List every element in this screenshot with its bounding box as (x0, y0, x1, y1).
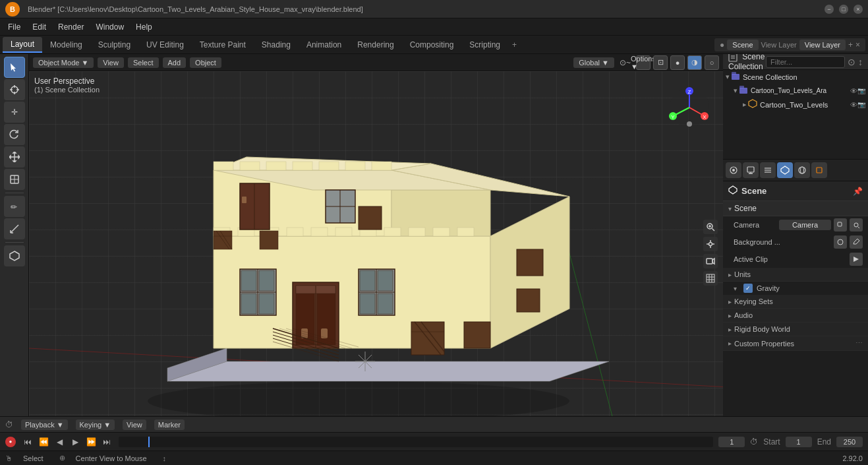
tab-layout[interactable]: Layout (3, 37, 42, 53)
background-edit-icon[interactable] (850, 235, 863, 249)
rigid-body-section[interactable]: ▸ Rigid Body World (723, 323, 868, 336)
select-menu-button[interactable]: Select (128, 57, 159, 68)
add-workspace-button[interactable]: + (508, 39, 521, 51)
next-keyframe-button[interactable]: ⏩ (84, 435, 98, 449)
menu-window[interactable]: Window (90, 21, 129, 33)
play-button[interactable]: ▶ (69, 435, 82, 449)
viewport-canvas[interactable]: User Perspective (1) Scene Collection Z … (29, 71, 723, 416)
props-tab-world[interactable] (794, 162, 810, 178)
outliner-search-input[interactable] (766, 56, 845, 68)
pan-button[interactable] (703, 237, 718, 251)
transform-orientation-button[interactable]: Global ▼ (573, 57, 614, 68)
close-button[interactable]: × (854, 5, 863, 14)
marker-button[interactable]: Marker (154, 419, 185, 430)
gravity-checkbox[interactable]: ✓ (743, 284, 753, 293)
current-frame-field[interactable]: 1 (718, 437, 745, 447)
menu-help[interactable]: Help (130, 21, 158, 33)
record-button[interactable]: ● (5, 437, 16, 447)
camera-select-icon[interactable] (850, 218, 863, 232)
visibility-icon-2[interactable]: 👁 (850, 101, 857, 109)
scene-subsection-header[interactable]: ▾ Scene (723, 201, 868, 216)
rotate-tool-button[interactable] (4, 124, 25, 145)
move-tool-button[interactable]: ✛ (4, 102, 25, 123)
background-icon[interactable] (834, 235, 847, 249)
render-visibility-icon-2[interactable]: 📷 (857, 101, 865, 108)
material-shading-button[interactable]: ◑ (687, 55, 702, 70)
grid-button[interactable] (703, 271, 718, 286)
transform-tool-button[interactable] (4, 169, 25, 190)
timeline-icon: ⏱ (5, 420, 13, 429)
zoom-button[interactable] (703, 220, 718, 234)
svg-rect-128 (732, 74, 739, 80)
tab-shading[interactable]: Shading (254, 38, 299, 52)
active-clip-icon[interactable] (850, 253, 863, 266)
object-menu-button[interactable]: Object (190, 57, 221, 68)
tab-texture-paint[interactable]: Texture Paint (192, 38, 254, 52)
add-object-button[interactable] (4, 245, 25, 266)
outliner-filter-icon[interactable]: ⊙ (848, 57, 855, 67)
object-mode-button[interactable]: Object Mode ▼ (33, 57, 94, 68)
jump-end-button[interactable]: ⏭ (100, 435, 113, 449)
units-section[interactable]: ▸ Units (723, 268, 868, 282)
props-tab-render[interactable] (726, 162, 741, 178)
camera-edit-icon[interactable] (834, 218, 847, 232)
scene-value[interactable]: Scene (727, 40, 758, 50)
options-button[interactable]: Options ▼ (636, 55, 651, 70)
menu-file[interactable]: File (3, 21, 26, 33)
maximize-button[interactable]: □ (839, 5, 848, 14)
keying-button[interactable]: Keying ▼ (76, 419, 115, 430)
view-menu-button[interactable]: View (98, 57, 124, 68)
tab-uv-editing[interactable]: UV Editing (138, 38, 192, 52)
solid-shading-button[interactable]: ● (670, 55, 685, 70)
view-button[interactable]: View (123, 419, 146, 430)
outliner-sort-icon[interactable]: ↕ (858, 57, 863, 67)
scene-pin-icon[interactable]: 📌 (853, 187, 863, 196)
menu-edit[interactable]: Edit (27, 21, 51, 33)
middle-mouse-icon: ⊕ (59, 454, 65, 462)
playback-button[interactable]: Playback ▼ (21, 419, 68, 430)
play-back-button[interactable]: ◀ (53, 435, 66, 449)
start-frame-field[interactable]: 1 (786, 437, 812, 447)
tab-modeling[interactable]: Modeling (42, 38, 90, 52)
minimize-button[interactable]: − (825, 5, 834, 14)
jump-start-button[interactable]: ⏮ (21, 435, 34, 449)
props-tab-output[interactable] (743, 162, 759, 178)
viewport[interactable]: Object Mode ▼ View Select Add Object Glo… (29, 54, 723, 416)
select-tool-button[interactable] (4, 57, 25, 78)
end-frame-field[interactable]: 250 (836, 437, 863, 447)
tab-sculpting[interactable]: Sculpting (90, 38, 138, 52)
outliner-item-cartoon-house[interactable]: ▾ Cartoon_Two_Levels_Ara 👁 📷 (723, 84, 868, 98)
scene-collection-name: Scene Collection (743, 73, 865, 81)
annotate-tool-button[interactable]: ✏ (4, 196, 25, 217)
timeline-track[interactable] (119, 437, 713, 447)
axis-gizmo[interactable]: Z X Y (666, 84, 712, 131)
rendered-shading-button[interactable]: ○ (705, 55, 719, 70)
props-tab-object[interactable] (811, 162, 827, 178)
outliner-item-cartoon-two-levels[interactable]: ▸ Cartoon_Two_Levels 👁 📷 (723, 98, 868, 111)
keying-sets-section[interactable]: ▸ Keying Sets (723, 295, 868, 309)
tab-animation[interactable]: Animation (299, 38, 349, 52)
visibility-icon[interactable]: 👁 (850, 87, 857, 95)
cursor-tool-button[interactable] (4, 79, 25, 100)
viewlayer-value[interactable]: View Layer (799, 40, 846, 50)
scale-tool-button[interactable] (4, 146, 25, 168)
camera-value[interactable]: Camera (779, 220, 831, 230)
prev-keyframe-button[interactable]: ⏪ (37, 435, 50, 449)
tab-compositing[interactable]: Compositing (402, 38, 462, 52)
camera-view-button[interactable] (703, 254, 718, 268)
wireframe-shading-button[interactable]: ⊡ (653, 55, 668, 70)
outliner-item-scene-collection[interactable]: ▾ Scene Collection (723, 70, 868, 84)
render-visibility-icon[interactable]: 📷 (857, 87, 865, 94)
tab-rendering[interactable]: Rendering (349, 38, 401, 52)
measure-tool-button[interactable] (4, 218, 25, 239)
viewlayer-label: View Layer (761, 41, 797, 49)
add-menu-button[interactable]: Add (163, 57, 187, 68)
props-tab-viewlayer[interactable] (760, 162, 776, 178)
audio-section[interactable]: ▸ Audio (723, 309, 868, 323)
custom-properties-section[interactable]: ▸ Custom Properties ⋯ (723, 336, 868, 351)
viewlayer-remove-icon[interactable]: × (855, 40, 860, 49)
viewlayer-add-icon[interactable]: + (848, 40, 853, 49)
tab-scripting[interactable]: Scripting (461, 38, 508, 52)
menu-render[interactable]: Render (53, 21, 89, 33)
props-tab-scene[interactable] (777, 162, 793, 178)
